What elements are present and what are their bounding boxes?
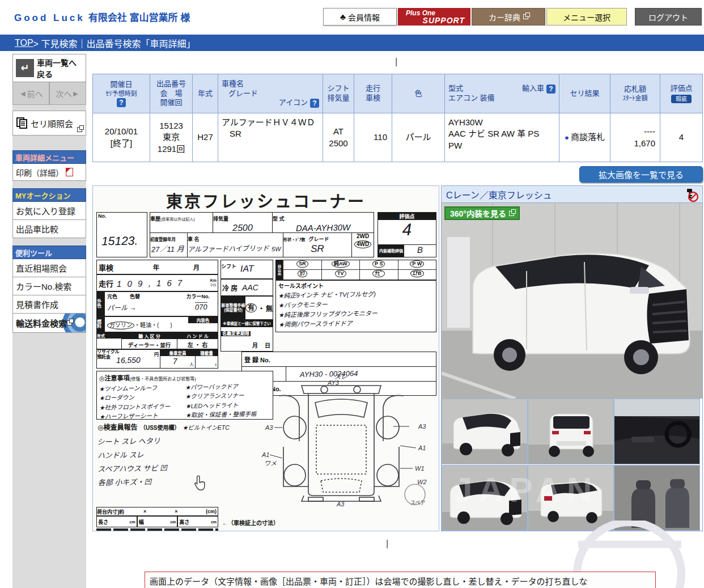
cell-point: 4 [660,113,703,162]
color-no-search-button[interactable]: カラーNo.検索 [12,277,86,295]
sheet-equipment-grid: 持込品 SR 純AW P S P W ｶﾜ TV ﾅﾋﾞ ｴｱB [275,260,436,280]
my-auction-header: MYオークション [12,188,86,202]
member-info-label: 会員情報 [348,11,380,23]
sheet-recycle-row: リサイクル預託金 16,550 円 乗車定員 7 人 積載量 t [96,349,218,369]
detail-menu-header: 車両詳細メニュー [12,150,86,164]
sheet-drivetrain-box: 2WD 4WD [351,232,374,257]
svg-text:A3: A3 [265,424,273,431]
svg-text:A3: A3 [418,423,426,430]
transport-fee-label: 輸送料金検索 [16,317,67,329]
svg-text:A3: A3 [336,501,345,507]
photo-thumbnail-front-2[interactable] [442,465,528,531]
transport-fee-search-button[interactable]: 輸送料金検索 [12,314,86,333]
return-arrow-icon: ↵ [16,59,34,77]
no-key-icon [684,188,699,202]
auction-order-button[interactable]: セリ順照会 [12,111,86,136]
enlarge-images-button[interactable]: 拡大画像を一覧で見る [579,166,703,183]
account-name-en: Good Luck [14,12,85,23]
member-info-button[interactable]: ♣ 会員情報 [323,8,397,26]
view-360-interior-button[interactable]: 360°内装を見る [444,206,520,220]
tools-header: 便利ツール [12,246,86,259]
car-dictionary-button[interactable]: カー辞典 [472,8,545,26]
sheet-cooling-box: 冷 房 AAC [220,279,273,296]
plus-one-support-button[interactable]: Plus One SUPPORT [398,8,470,26]
pdf-icon [66,168,73,176]
separator-mark-top: | [395,57,397,67]
print-detail-button[interactable]: 印刷（詳細） [12,164,86,181]
help-icon[interactable]: ? [117,98,126,107]
col-header-shift: シフト排気量 [323,74,354,113]
sheet-clipped-row [96,528,218,531]
cell-model-equipment: AYH30WAAC ナビ SR AW 革 PS PW [445,113,559,162]
result-dot-icon: ● [565,133,569,142]
next-arrow-icon: ► [72,89,80,98]
cell-color: パール [392,113,445,162]
sheet-lot-number-box: No. 15123. [96,212,147,257]
col-header-bid: 応札額ｽﾀｰﾄ金額 [610,74,660,113]
external-link-icon [509,211,514,216]
market-price-button[interactable]: 直近相場照会 [12,259,86,277]
back-to-list-button[interactable]: ↵ 車両一覧へ戻る [12,54,86,82]
sheet-shift-box: シフト IAT [220,260,273,279]
menu-select-label: メニュー選択 [563,11,610,23]
breadcrumb: TOP > 下見検索｜出品番号検索「車両詳細」 [0,35,704,51]
auction-sheet[interactable]: 東京フレッシュコーナー No. 15123. 車歴(自家用以外は記入) 排気量 … [92,185,439,531]
col-header-lot: 出品番号会 場開催回 [150,74,193,113]
col-header-mileage: 走行車検 [354,74,392,113]
breadcrumb-path: > 下見検索｜出品番号検索「車両詳細」 [33,36,196,50]
external-link-icon [67,320,72,325]
photo-thumbnails [442,399,702,531]
back-to-list-label: 車両一覧へ戻る [37,57,83,79]
col-header-date: 開催日ｾﾘ予想時刻 ? [92,74,150,113]
sheet-grade-box: 形状・ﾄﾞｱ数グレード SR [283,232,352,257]
col-header-name: 車種名 グレード アイコン? [218,74,323,113]
logout-label: ログアウト [648,11,688,23]
main-vehicle-photo[interactable] [442,203,702,399]
compare-vehicles-button[interactable]: 出品車比較 [12,220,86,238]
photo-thumbnail-dashboard[interactable] [614,399,700,464]
cell-lot: 15123東京1291回 [150,113,193,162]
sheet-car-name-box: 車 名 アルファードハイブリッド5W [187,232,283,257]
top-bar: Good Luck有限会社 富山営業所 様 ♣ 会員情報 Plus One SU… [0,0,704,32]
vehicle-detail-page: Good Luck有限会社 富山営業所 様 ♣ 会員情報 Plus One SU… [0,0,704,588]
favorite-label: お気に入り登録 [16,205,75,217]
defect-badge[interactable]: 瑕疵 [671,95,692,103]
market-price-label: 直近相場照会 [16,262,67,274]
cell-shift: AT2500 [323,113,354,162]
plusone-line2: SUPPORT [423,16,465,24]
document-stack-icon [16,117,28,129]
col-header-point: 評価点瑕疵 [660,74,703,113]
svg-text:W1: W1 [415,465,425,472]
photo-thumbnail-rear[interactable] [528,399,614,464]
logout-button[interactable]: ログアウト [635,8,702,26]
quote-label: 見積書作成 [16,298,58,310]
prev-button[interactable]: ◄前へ [12,82,49,105]
help-icon[interactable]: ? [310,99,319,108]
svg-text:A1: A1 [418,445,426,451]
sales-point: ★両側パワースライドドア [278,318,434,330]
sheet-score-box: 評価点 4 内装補助評価 B [378,212,436,257]
print-detail-label: 印刷（詳細） [16,167,63,178]
menu-select-button[interactable]: メニュー選択 [546,8,627,26]
favorite-register-button[interactable]: お気に入り登録 [12,202,86,220]
help-icon[interactable]: ? [546,84,555,94]
photo-thumbnail-front[interactable] [442,399,528,464]
col-header-result: セリ結果 [559,74,610,113]
mouse-cursor-hand [193,475,207,492]
sheet-dims-row1: 荷台内寸]約 × × (cm) [96,507,218,516]
club-icon: ♣ [340,12,346,22]
breadcrumb-top-link[interactable]: TOP [15,38,33,48]
sheet-keep-note: ※車検証と一緒に保管下さい [220,320,273,327]
col-header-model: 型式輸入車? エアコン 装備 [445,74,559,113]
sheet-history-box: 車歴(自家用以外は記入) [150,212,213,233]
inspector-note: 各部 小キズ・凹 [97,474,230,490]
quote-create-button[interactable]: 見積書作成 [12,295,86,314]
sheet-maintenance-book-box: 新車整備手帳(保証書付) 有・無 [220,296,273,320]
sheet-name-change-box: 名義変更期限 月 日 [220,327,273,352]
next-button[interactable]: 次へ► [49,82,86,105]
photo-panel: Cレーン／東京フレッシュ 360°内装を見る [441,185,703,531]
photo-thumbnail-seats[interactable] [614,465,700,531]
photo-thumbnail-rear-2[interactable] [528,465,614,531]
account-name: Good Luck有限会社 富山営業所 様 [14,10,190,24]
sheet-dims-note: ←（車検証上の寸法） [222,518,279,527]
